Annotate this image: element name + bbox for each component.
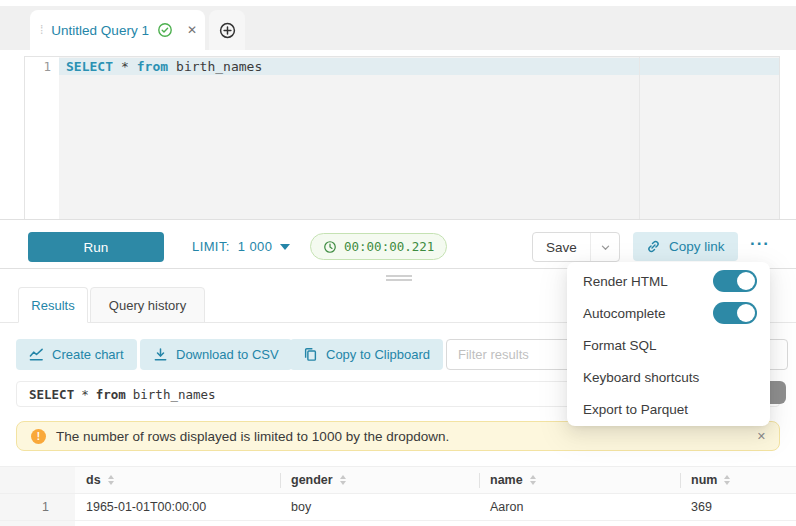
copy-link-button[interactable]: Copy link: [633, 232, 738, 261]
line-chart-icon: [29, 347, 44, 362]
menu-item-label: Keyboard shortcuts: [583, 370, 699, 385]
cell-name: Aaron: [479, 494, 680, 520]
pane-resize-handle[interactable]: [386, 275, 412, 283]
sort-icon[interactable]: [108, 475, 114, 485]
more-options-button[interactable]: ···: [750, 234, 770, 254]
tab-query-history[interactable]: Query history: [90, 287, 205, 323]
sort-icon[interactable]: [724, 475, 730, 485]
sort-icon[interactable]: [340, 475, 346, 485]
menu-item-label: Format SQL: [583, 338, 657, 353]
caret-down-icon: [280, 244, 290, 250]
query-tab-label: Untitled Query 1: [51, 23, 149, 38]
alert-text: The number of rows displayed is limited …: [56, 429, 449, 444]
column-header-name[interactable]: name: [479, 467, 680, 493]
timer-value: 00:00:00.221: [344, 239, 434, 254]
sql-keyword: SELECT: [29, 387, 74, 402]
sort-icon[interactable]: [530, 475, 536, 485]
sql-lab-window: ⁞ Untitled Query 1 ✕ 1 SELECT*frombirth_…: [0, 0, 796, 526]
warning-icon: !: [31, 429, 46, 444]
sql-identifier: birth_names: [176, 59, 262, 74]
more-options-menu: Render HTML Autocomplete Format SQL Keyb…: [567, 262, 770, 426]
query-tab-untitled-query-1[interactable]: ⁞ Untitled Query 1 ✕: [30, 10, 205, 50]
alert-close-icon[interactable]: ✕: [757, 430, 766, 443]
check-circle-icon: [157, 22, 173, 38]
column-header-gender[interactable]: gender: [280, 467, 479, 493]
menu-item-label: Render HTML: [583, 274, 668, 289]
menu-item-keyboard-shortcuts[interactable]: Keyboard shortcuts: [567, 361, 770, 393]
download-csv-button[interactable]: Download to CSV: [140, 339, 292, 370]
cell-num: 369: [680, 494, 796, 520]
column-header-label: ds: [86, 473, 101, 487]
save-dropdown-button[interactable]: [590, 233, 619, 261]
autocomplete-toggle[interactable]: [713, 302, 757, 324]
menu-item-label: Autocomplete: [583, 306, 666, 321]
clipboard-icon: [303, 347, 318, 362]
run-button[interactable]: Run: [28, 232, 164, 262]
copy-link-label: Copy link: [669, 239, 725, 254]
query-timer-badge: 00:00:00.221: [310, 233, 447, 260]
add-tab-button[interactable]: [209, 10, 245, 50]
tab-results[interactable]: Results: [18, 287, 88, 323]
sql-identifier: birth_names: [133, 387, 216, 402]
sql-keyword: from: [137, 59, 168, 74]
table-row: 1 1965-01-01T00:00:00 boy Aaron 369: [0, 494, 796, 521]
table-header-row: ds gender name num: [0, 466, 796, 494]
copy-to-clipboard-button[interactable]: Copy to Clipboard: [290, 339, 443, 370]
save-split-button[interactable]: Save: [532, 232, 620, 262]
sql-operator: *: [81, 387, 89, 402]
editor-gutter: 1: [25, 57, 59, 219]
column-header-num[interactable]: num: [680, 467, 796, 493]
column-header-label: name: [490, 473, 523, 487]
chevron-down-icon: [600, 242, 611, 253]
limit-label: LIMIT:: [192, 239, 230, 254]
drag-grip-icon[interactable]: ⁞: [40, 24, 43, 36]
menu-item-export-to-parquet[interactable]: Export to Parquet: [567, 393, 770, 425]
sql-operator: *: [121, 59, 129, 74]
clock-icon: [323, 240, 337, 254]
create-chart-button[interactable]: Create chart: [16, 339, 137, 370]
column-header-label: gender: [291, 473, 333, 487]
partial-next-row: [0, 521, 75, 526]
limit-value: 1 000: [238, 239, 273, 254]
link-icon: [646, 239, 661, 254]
row-index: 1: [0, 494, 75, 520]
menu-item-autocomplete[interactable]: Autocomplete: [567, 297, 770, 329]
editor-bottom-divider: [0, 219, 796, 220]
save-button[interactable]: Save: [533, 233, 590, 261]
plus-circle-icon: [219, 22, 236, 39]
copy-to-clipboard-label: Copy to Clipboard: [326, 347, 430, 362]
cell-ds: 1965-01-01T00:00:00: [75, 494, 280, 520]
close-tab-icon[interactable]: ✕: [187, 23, 197, 37]
column-header-ds[interactable]: ds: [75, 467, 280, 493]
code-line[interactable]: SELECT*frombirth_names: [66, 59, 262, 74]
sql-editor[interactable]: 1 SELECT*frombirth_names: [24, 56, 780, 219]
menu-item-format-sql[interactable]: Format SQL: [567, 329, 770, 361]
download-icon: [153, 347, 168, 362]
download-csv-label: Download to CSV: [176, 347, 279, 362]
create-chart-label: Create chart: [52, 347, 124, 362]
sql-keyword: SELECT: [66, 59, 113, 74]
limit-dropdown[interactable]: LIMIT: 1 000: [192, 239, 290, 254]
print-margin-line: [639, 57, 640, 219]
sql-keyword: from: [96, 387, 126, 402]
menu-item-render-html[interactable]: Render HTML: [567, 265, 770, 297]
cell-gender: boy: [280, 494, 479, 520]
menu-item-label: Export to Parquet: [583, 402, 688, 417]
row-number-header: [0, 467, 75, 493]
line-number: 1: [43, 59, 51, 74]
render-html-toggle[interactable]: [713, 270, 757, 292]
column-header-label: num: [691, 473, 717, 487]
